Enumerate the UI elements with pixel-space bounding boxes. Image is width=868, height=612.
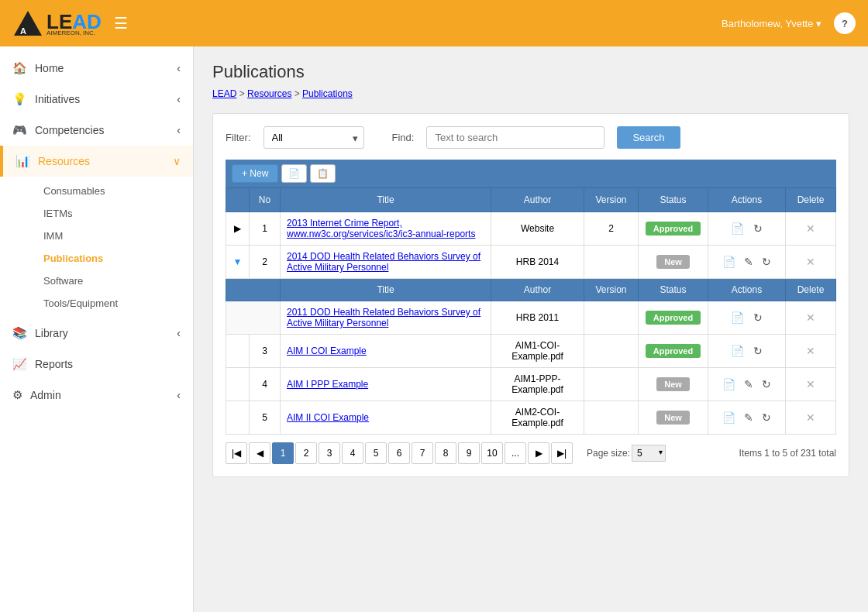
- delete-cell: ✕: [786, 335, 836, 368]
- edit-btn[interactable]: ✎: [741, 410, 756, 425]
- sidebar-sub-publications[interactable]: Publications: [37, 247, 193, 270]
- expand-cell[interactable]: [226, 335, 250, 368]
- page-5[interactable]: 5: [365, 442, 387, 464]
- page-prev[interactable]: ◀: [249, 442, 270, 464]
- collapse-arrow[interactable]: ▼: [233, 256, 243, 267]
- sidebar-item-home[interactable]: 🏠 Home ‹: [0, 53, 193, 84]
- page-first[interactable]: |◀: [226, 442, 247, 464]
- expand-cell[interactable]: ▼: [226, 246, 250, 279]
- restore-btn[interactable]: ↻: [759, 254, 774, 270]
- breadcrumb-lead[interactable]: LEAD: [212, 88, 236, 99]
- total-label: Items 1 to 5 of 231 total: [739, 448, 836, 459]
- sidebar-item-admin-label: Admin: [30, 389, 61, 401]
- view-btn[interactable]: 📄: [728, 221, 747, 236]
- title-link[interactable]: 2013 Internet Crime Report, www.nw3c.org…: [287, 218, 475, 239]
- status-badge: Approved: [646, 222, 701, 236]
- logo-icon: A: [12, 8, 43, 39]
- page-7[interactable]: 7: [412, 442, 433, 464]
- expand-cell[interactable]: ▶: [226, 212, 250, 246]
- sidebar-item-competencies-label: Competencies: [35, 124, 105, 136]
- view-btn[interactable]: 📄: [719, 376, 739, 392]
- restore-btn[interactable]: ↻: [750, 221, 766, 236]
- edit-btn[interactable]: ✎: [741, 254, 756, 270]
- page-ellipsis[interactable]: ...: [505, 442, 526, 464]
- delete-btn[interactable]: ✕: [806, 256, 815, 268]
- page-1[interactable]: 1: [272, 442, 294, 464]
- no-cell: 4: [250, 368, 281, 401]
- sidebar-sub-consumables[interactable]: Consumables: [37, 180, 193, 202]
- title-link[interactable]: 2014 DOD Health Related Behaviors Survey…: [287, 251, 480, 273]
- status-badge: New: [656, 255, 690, 269]
- sidebar-item-admin[interactable]: ⚙ Admin ‹: [0, 380, 193, 411]
- restore-btn[interactable]: ↻: [759, 376, 774, 392]
- list-view-button[interactable]: 📋: [310, 164, 336, 183]
- breadcrumb: LEAD > Resources > Publications: [212, 88, 849, 99]
- competencies-icon: 🎮: [12, 123, 27, 137]
- delete-btn[interactable]: ✕: [806, 345, 815, 357]
- page-6[interactable]: 6: [388, 442, 410, 464]
- restore-btn[interactable]: ↻: [759, 410, 774, 425]
- search-button[interactable]: Search: [617, 126, 680, 149]
- sub-view-btn[interactable]: 📄: [728, 310, 747, 325]
- author-cell: AIM2-COI-Example.pdf: [491, 401, 584, 435]
- sidebar-item-library[interactable]: 📚 Library ‹: [0, 318, 193, 349]
- restore-btn[interactable]: ↻: [750, 343, 766, 359]
- help-button[interactable]: ?: [834, 12, 856, 34]
- col-actions: Actions: [708, 188, 786, 212]
- sidebar-item-initiatives[interactable]: 💡 Initiatives ‹: [0, 84, 193, 115]
- delete-btn[interactable]: ✕: [806, 378, 815, 390]
- expand-arrow[interactable]: ▶: [234, 223, 241, 234]
- page-9[interactable]: 9: [458, 442, 480, 464]
- title-cell: AIM I PPP Example: [281, 368, 491, 401]
- admin-icon: ⚙: [12, 388, 22, 402]
- title-link[interactable]: AIM II COI Example: [287, 412, 369, 423]
- sidebar-sub-ietms[interactable]: IETMs: [37, 202, 193, 225]
- hamburger-menu[interactable]: ☰: [114, 14, 128, 33]
- delete-btn[interactable]: ✕: [806, 222, 815, 235]
- delete-btn[interactable]: ✕: [806, 411, 815, 424]
- sidebar-sub-tools[interactable]: Tools/Equipment: [37, 292, 193, 315]
- page-3[interactable]: 3: [319, 442, 340, 464]
- page-10[interactable]: 10: [481, 442, 503, 464]
- page-last[interactable]: ▶|: [551, 442, 573, 464]
- version-cell: [584, 401, 639, 435]
- sidebar-item-resources[interactable]: 📊 Resources ∨: [0, 146, 193, 177]
- logo-text-area: LEAD AIMEREON, INC.: [46, 10, 102, 36]
- breadcrumb-resources[interactable]: Resources: [247, 88, 291, 99]
- find-input[interactable]: [426, 126, 604, 149]
- expand-cell[interactable]: [226, 368, 250, 401]
- view-btn[interactable]: 📄: [719, 254, 739, 270]
- expand-cell[interactable]: [226, 401, 250, 435]
- page-title: Publications: [212, 62, 849, 82]
- title-link[interactable]: AIM I PPP Example: [287, 379, 368, 390]
- user-info[interactable]: Bartholomew, Yvette ▾: [722, 18, 822, 29]
- page-2[interactable]: 2: [295, 442, 317, 464]
- edit-btn[interactable]: ✎: [741, 376, 756, 392]
- sub-restore-btn[interactable]: ↻: [750, 310, 766, 325]
- sidebar-sub-software[interactable]: Software: [37, 270, 193, 292]
- sidebar-sub-imm[interactable]: IMM: [37, 225, 193, 247]
- filter-select[interactable]: All Approved New Pending: [264, 126, 364, 149]
- status-badge: New: [656, 377, 690, 391]
- library-arrow: ‹: [177, 327, 181, 339]
- view-btn[interactable]: 📄: [719, 410, 739, 425]
- sub-delete-btn[interactable]: ✕: [806, 311, 815, 324]
- col-status: Status: [639, 188, 708, 212]
- new-button[interactable]: + New: [232, 164, 278, 183]
- page-next[interactable]: ▶: [528, 442, 549, 464]
- sub-title-link[interactable]: 2011 DOD Health Related Behaviors Survey…: [287, 307, 480, 328]
- page-4[interactable]: 4: [342, 442, 363, 464]
- doc-view-button[interactable]: 📄: [281, 164, 307, 183]
- sidebar-item-competencies[interactable]: 🎮 Competencies ‹: [0, 115, 193, 146]
- view-btn[interactable]: 📄: [728, 343, 747, 359]
- sidebar-item-reports[interactable]: 📈 Reports: [0, 349, 193, 380]
- breadcrumb-sep2: >: [294, 88, 302, 99]
- delete-cell: ✕: [786, 212, 836, 246]
- status-cell: New: [639, 368, 708, 401]
- breadcrumb-publications[interactable]: Publications: [302, 88, 353, 99]
- title-link[interactable]: AIM I COI Example: [287, 346, 367, 356]
- page-size-select[interactable]: 5 10 20 50: [632, 445, 666, 462]
- page-8[interactable]: 8: [435, 442, 456, 464]
- sub-actions-cell: 📄 ↻: [708, 301, 786, 335]
- title-cell: AIM I COI Example: [281, 335, 491, 368]
